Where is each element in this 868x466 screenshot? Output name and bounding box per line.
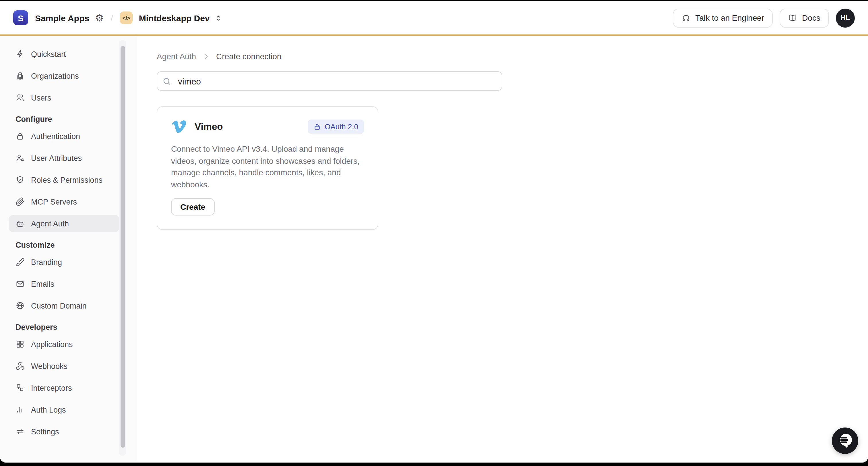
- top-bar-actions: Talk to an Engineer Docs HL: [673, 8, 855, 27]
- environment-chip: </>: [120, 11, 133, 24]
- book-open-icon: [788, 13, 797, 22]
- sidebar-section-header-customize: Customize: [9, 241, 136, 250]
- connector-description: Connect to Vimeo API v3.4. Upload and ma…: [171, 143, 365, 190]
- workspace-switcher: S Sample Apps ⚙ / </> Mintdeskapp Dev: [13, 10, 223, 25]
- sidebar-item-label: Auth Logs: [31, 405, 66, 414]
- connector-search-input[interactable]: [177, 76, 496, 86]
- path-separator: /: [111, 13, 113, 23]
- org-logo-letter: S: [18, 13, 24, 23]
- sidebar-item-mcp-servers[interactable]: MCP Servers: [9, 193, 119, 210]
- main-panel: Agent Auth Create connection: [137, 36, 868, 461]
- breadcrumb-current: Create connection: [216, 52, 281, 61]
- sidebar-item-quickstart[interactable]: Quickstart: [9, 46, 119, 63]
- sidebar-item-settings[interactable]: Settings: [9, 423, 119, 440]
- vimeo-logo-icon: [171, 119, 187, 134]
- code-icon: </>: [123, 14, 130, 21]
- sidebar-item-label: Applications: [31, 340, 73, 349]
- top-bar: S Sample Apps ⚙ / </> Mintdeskapp Dev Ta…: [0, 1, 868, 36]
- mail-icon: [16, 279, 25, 288]
- zap-icon: [16, 50, 25, 59]
- connector-card-vimeo: Vimeo OAuth 2.0 Connect to Vimeo API v3.…: [157, 106, 378, 230]
- sidebar-item-custom-domain[interactable]: Custom Domain: [9, 297, 119, 314]
- bar-chart-icon: [16, 405, 25, 414]
- sidebar-item-label: Organizations: [31, 71, 79, 80]
- webhook-icon: [16, 361, 25, 371]
- avatar-initials: HL: [840, 14, 850, 22]
- sidebar-item-roles-permissions[interactable]: Roles & Permissions: [9, 171, 119, 188]
- sidebar-item-organizations[interactable]: Organizations: [9, 67, 119, 84]
- breadcrumb-parent[interactable]: Agent Auth: [157, 52, 196, 61]
- sliders-icon: [16, 427, 25, 436]
- search-icon: [162, 76, 172, 86]
- brush-icon: [16, 257, 25, 267]
- org-name[interactable]: Sample Apps: [35, 13, 89, 23]
- chat-bubble-icon: [832, 428, 858, 454]
- sidebar-nav: QuickstartOrganizationsUsersConfigureAut…: [0, 36, 136, 440]
- connector-title: Vimeo: [195, 121, 223, 132]
- sidebar-item-authentication[interactable]: Authentication: [9, 127, 119, 145]
- sidebar-item-label: MCP Servers: [31, 197, 77, 206]
- chat-widget-button[interactable]: [832, 428, 858, 454]
- content-row: QuickstartOrganizationsUsersConfigureAut…: [0, 36, 868, 461]
- sidebar-item-webhooks[interactable]: Webhooks: [9, 357, 119, 375]
- chevrons-up-down-icon[interactable]: [214, 13, 223, 22]
- link-boxes-icon: [16, 383, 25, 392]
- sidebar-item-label: Emails: [31, 280, 54, 288]
- sidebar-item-label: Users: [31, 93, 51, 102]
- sidebar-item-label: Authentication: [31, 132, 80, 141]
- bot-icon: [16, 219, 25, 228]
- create-connection-button[interactable]: Create: [171, 198, 214, 215]
- headphones-icon: [681, 13, 691, 22]
- sidebar-item-label: Settings: [31, 427, 59, 436]
- sidebar-item-label: User Attributes: [31, 154, 82, 162]
- sidebar-item-interceptors[interactable]: Interceptors: [9, 379, 119, 397]
- project-name[interactable]: Mintdeskapp Dev: [139, 13, 210, 23]
- docs-button[interactable]: Docs: [780, 8, 829, 27]
- sidebar-item-agent-auth[interactable]: Agent Auth: [9, 215, 119, 232]
- globe-icon: [16, 301, 25, 310]
- sidebar-item-branding[interactable]: Branding: [9, 253, 119, 271]
- connector-card-header: Vimeo OAuth 2.0: [171, 119, 364, 134]
- sidebar-item-label: Branding: [31, 258, 62, 266]
- sidebar-item-label: Custom Domain: [31, 301, 87, 310]
- sidebar-item-label: Quickstart: [31, 50, 66, 58]
- sidebar-item-auth-logs[interactable]: Auth Logs: [9, 401, 119, 418]
- sidebar-item-label: Roles & Permissions: [31, 176, 102, 184]
- layout-grid-icon: [16, 340, 25, 349]
- sidebar-item-emails[interactable]: Emails: [9, 275, 119, 292]
- shield-check-icon: [16, 175, 25, 184]
- sidebar-section-header-developers: Developers: [9, 323, 136, 331]
- screen: S Sample Apps ⚙ / </> Mintdeskapp Dev Ta…: [0, 0, 868, 466]
- sidebar-item-label: Interceptors: [31, 383, 72, 392]
- building-icon: [16, 71, 25, 81]
- chevron-right-icon: [202, 52, 210, 61]
- sidebar-item-applications[interactable]: Applications: [9, 336, 119, 353]
- app-window: S Sample Apps ⚙ / </> Mintdeskapp Dev Ta…: [0, 1, 868, 463]
- breadcrumb: Agent Auth Create connection: [157, 51, 868, 62]
- oauth-badge: OAuth 2.0: [308, 119, 364, 134]
- talk-to-engineer-button[interactable]: Talk to an Engineer: [673, 8, 773, 27]
- search-box: [157, 71, 502, 91]
- sidebar-scrollbar-thumb[interactable]: [120, 46, 125, 447]
- lock-icon: [16, 132, 25, 141]
- sidebar-item-label: Agent Auth: [31, 219, 69, 228]
- sidebar-section-header-configure: Configure: [9, 115, 136, 123]
- gear-icon[interactable]: ⚙: [95, 13, 104, 23]
- lock-icon: [314, 123, 321, 130]
- docs-label: Docs: [802, 13, 820, 22]
- oauth-badge-label: OAuth 2.0: [324, 122, 358, 131]
- org-logo: S: [13, 10, 28, 25]
- users-icon: [16, 93, 25, 102]
- sidebar-item-users[interactable]: Users: [9, 89, 119, 106]
- user-cog-icon: [16, 153, 25, 163]
- paperclip-icon: [16, 197, 25, 206]
- talk-to-engineer-label: Talk to an Engineer: [695, 13, 764, 22]
- sidebar-item-label: Webhooks: [31, 362, 67, 370]
- sidebar-item-user-attributes[interactable]: User Attributes: [9, 149, 119, 167]
- user-avatar[interactable]: HL: [836, 8, 855, 27]
- sidebar: QuickstartOrganizationsUsersConfigureAut…: [0, 36, 137, 461]
